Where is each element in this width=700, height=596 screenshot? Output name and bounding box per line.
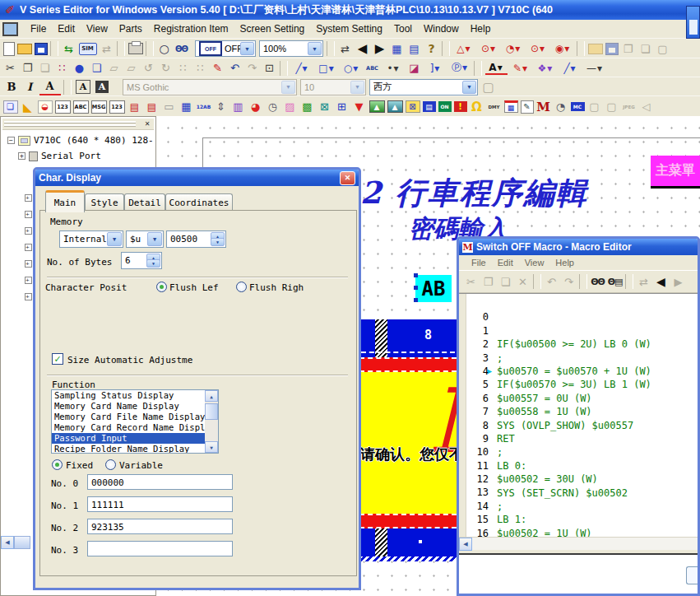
env-monitor-icon[interactable]: ▢ [656, 41, 670, 57]
table-data-icon[interactable]: 123 [109, 100, 125, 114]
code-line[interactable]: 13 LB 1: [459, 473, 698, 486]
swap-icon[interactable]: ⇄ [637, 274, 651, 290]
transfer-download-icon[interactable]: ⇆ [62, 41, 76, 57]
toolbar-separator[interactable] [117, 41, 125, 56]
tree-hscrollbar[interactable]: ◀ [1, 536, 33, 549]
tree-item-serial-port[interactable]: + Serial Port [18, 151, 101, 161]
expand-icon[interactable]: + [25, 227, 32, 235]
circle-tool-icon[interactable]: ○▾ [341, 60, 363, 76]
tab-main[interactable]: Main [45, 190, 85, 212]
function-list-item[interactable]: Memory Card File Name Display [52, 412, 205, 422]
toolbar-separator[interactable] [533, 274, 541, 289]
code-line[interactable]: 3 ▶ IF($u00570 >= 3U) LB 1 (W) [459, 338, 698, 351]
12ab-icon[interactable]: 12AB [197, 99, 211, 114]
menu-item[interactable]: System Setting [310, 21, 388, 36]
button-fragment[interactable] [686, 566, 698, 584]
data-block-icon[interactable]: ▤ [423, 101, 436, 112]
pen-env-icon[interactable]: ✎ [211, 60, 225, 76]
expand-icon[interactable]: + [25, 293, 32, 300]
menu-item[interactable]: Parts [114, 21, 148, 36]
chevron-down-icon[interactable]: ▼ [107, 232, 122, 246]
function-list-item[interactable]: Memory Card Record Name Displa [52, 422, 205, 433]
menu-item[interactable]: Screen Setting [234, 21, 311, 36]
paste-icon[interactable]: ❏ [38, 60, 53, 76]
expand-icon[interactable]: + [25, 277, 32, 284]
code-line[interactable]: 1 ; [459, 310, 698, 324]
line-type-icon[interactable]: ╱▾ [559, 60, 582, 76]
calendar-icon[interactable]: ▦ [504, 100, 518, 113]
onoff-display-icon[interactable]: ON [438, 101, 452, 112]
function-list-scrollbar[interactable]: ▲ ▼ [205, 390, 218, 453]
menu-item[interactable]: File [25, 21, 52, 36]
lamp-part-icon[interactable]: ◣ [21, 99, 35, 114]
code-line[interactable]: 0 IF($u00500 >= 2U) LB 0 (W) [459, 297, 698, 310]
zoom-combo[interactable]: 100% ▼ [259, 40, 323, 57]
toolbar-separator[interactable] [579, 274, 587, 289]
open-icon[interactable] [17, 44, 32, 54]
screen-heading-text[interactable]: 2 行車程序編輯 [360, 173, 588, 214]
video-icon[interactable]: ▢ [587, 99, 602, 114]
italic-icon[interactable]: I [21, 79, 38, 95]
function-list-item[interactable]: Recipe Folder Name Display [52, 444, 205, 454]
screen-jump-icon[interactable]: ⇄ [338, 41, 353, 57]
spin-down-icon[interactable]: ▼ [211, 238, 225, 247]
delete-icon[interactable]: ✕ [516, 274, 531, 290]
macro-icon[interactable]: M [536, 99, 551, 114]
tab-detail[interactable]: Detail [124, 193, 165, 211]
chevron-down-icon[interactable]: ▼ [308, 42, 322, 55]
toolbar-separator[interactable] [577, 41, 585, 56]
confirm-overlap[interactable]: NO 请确认。您仅不 [359, 372, 457, 514]
rotate-left-icon[interactable]: ↺ [141, 60, 156, 76]
scrollbar-thumb[interactable] [14, 536, 30, 549]
function-list-item[interactable]: Memory Card Name Display [52, 401, 205, 412]
charset-combo[interactable]: 西方 ▼ [369, 79, 478, 95]
parts-place-icon[interactable]: Ⓟ▾ [449, 60, 471, 76]
sound-icon[interactable]: ◁ [639, 99, 654, 114]
open-disabled-icon[interactable] [588, 44, 603, 54]
memory-address-spinner[interactable]: 00500 ▲ ▼ [166, 230, 226, 248]
menu-item[interactable]: Registration Item [148, 21, 234, 36]
toolbar-separator[interactable] [50, 41, 58, 56]
toolbar-separator[interactable] [280, 61, 288, 76]
selection-handle[interactable] [414, 286, 418, 290]
closed-graph-icon[interactable]: ▨ [283, 99, 298, 114]
multi-copy-icon[interactable]: ∷ [55, 60, 70, 76]
code-line[interactable]: 12 ; [459, 459, 698, 473]
date-display-icon[interactable]: DMY [487, 99, 502, 114]
bold-icon[interactable]: B [3, 79, 20, 95]
help-icon[interactable]: ? [424, 41, 439, 57]
close-icon[interactable]: ✕ [142, 119, 152, 128]
scroll-up-icon[interactable]: ▲ [205, 390, 218, 402]
expand-icon[interactable]: + [25, 244, 32, 251]
arc-tool-icon[interactable]: ◔▾ [503, 41, 525, 57]
circle-dot-tool-icon[interactable]: ⊙▾ [478, 41, 500, 57]
save-disabled-icon[interactable] [605, 43, 619, 55]
triangle-tool-icon[interactable]: △▾ [453, 41, 475, 57]
menu-item[interactable]: View [81, 21, 114, 36]
overlap-back-icon[interactable]: ❑ [90, 60, 104, 76]
char-color-icon[interactable]: A▾ [485, 62, 508, 75]
scroll-left-icon[interactable]: ◀ [1, 536, 14, 549]
overlap-front-icon[interactable]: ● [72, 60, 87, 76]
animation-icon[interactable]: ▲ [387, 100, 403, 113]
new-icon[interactable] [3, 42, 15, 56]
cut-icon[interactable]: ✂ [464, 274, 479, 290]
paint-tool-icon[interactable]: ◪ [407, 60, 422, 76]
expand-icon[interactable]: + [25, 211, 32, 218]
chevron-down-icon[interactable]: ▼ [350, 81, 364, 94]
collapse-icon[interactable]: − [7, 137, 15, 144]
boxed-text-icon[interactable]: A [76, 80, 90, 94]
menu-item[interactable]: Tool [388, 21, 418, 36]
flask-icon[interactable]: ▼ [352, 99, 367, 114]
alarm-lamp-icon[interactable]: ◒ [38, 100, 53, 114]
chevron-down-icon[interactable]: ▼ [240, 42, 254, 55]
chevron-down-icon[interactable]: ▼ [462, 81, 476, 94]
main-titlebar[interactable]: ✐ V Series Editor for Windows Version 5.… [0, 0, 700, 20]
line-tool-icon[interactable]: ╱▾ [291, 60, 313, 76]
scrollbar-thumb[interactable] [205, 403, 218, 420]
char-color-icon[interactable]: A [39, 78, 61, 95]
env-paste-icon[interactable]: ❏ [638, 41, 653, 57]
message-display-icon[interactable]: MSG [91, 100, 107, 114]
menu-item[interactable]: Edit [52, 21, 81, 36]
copy-icon[interactable]: ❐ [481, 274, 496, 290]
